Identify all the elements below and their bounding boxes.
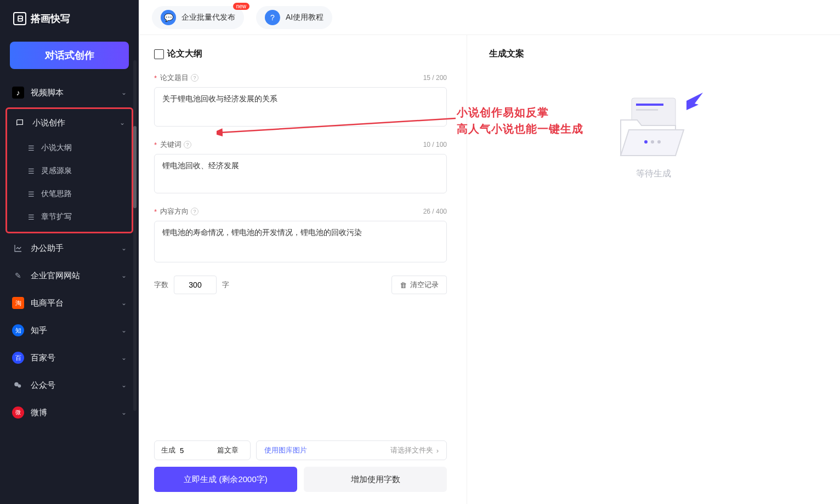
sidebar-subitem-chapter-expand[interactable]: ☰ 章节扩写 — [21, 205, 132, 228]
batch-publish-button[interactable]: 💬 企业批量代发布 new — [152, 6, 244, 29]
sidebar-item-video-script[interactable]: ♪ 视频脚本 ⌄ — [5, 79, 133, 106]
gen-suffix: 篇文章 — [217, 445, 239, 455]
svg-rect-3 — [636, 104, 663, 106]
form-column: 论文大纲 *论文题目 ? 15 / 200 *关键词 ? 10 / 100 — [139, 35, 462, 504]
generate-button[interactable]: 立即生成 (剩余2000字) — [154, 467, 297, 492]
chevron-down-icon: ⌄ — [121, 327, 127, 334]
main: 💬 企业批量代发布 new ? AI使用教程 论文大纲 *论文题目 ? — [139, 0, 840, 504]
sidebar-item-website[interactable]: ✎ 企业官网网站 ⌄ — [5, 262, 133, 289]
field-label: *关键词 ? — [154, 140, 191, 150]
field-counter: 15 / 200 — [423, 74, 447, 82]
new-badge: new — [233, 3, 249, 10]
sidebar-item-label: 小说创作 — [32, 118, 120, 128]
doc-icon: ☰ — [27, 144, 36, 152]
chevron-down-icon: ⌄ — [121, 354, 127, 362]
field-counter: 10 / 100 — [423, 141, 447, 148]
field-keywords: *关键词 ? 10 / 100 — [154, 140, 447, 196]
weibo-icon: 微 — [12, 406, 24, 419]
chevron-down-icon: ⌄ — [121, 381, 127, 389]
novel-subitems: ☰ 小说大纲 ☰ 灵感源泉 ☰ 伏笔思路 ☰ 章节扩写 — [7, 136, 132, 228]
sidebar-item-zhihu[interactable]: 知 知乎 ⌄ — [5, 317, 133, 344]
field-label: *论文题目 ? — [154, 73, 198, 83]
book-icon — [154, 49, 164, 59]
sidebar-item-label: 百家号 — [31, 353, 121, 363]
title-input[interactable] — [154, 87, 447, 127]
field-label: *内容方向 ? — [154, 207, 198, 216]
gallery-link[interactable]: 使用图库图片 — [264, 445, 307, 455]
chip-label: AI使用教程 — [286, 13, 323, 22]
help-icon[interactable]: ? — [184, 141, 191, 148]
chat-icon: 💬 — [161, 10, 176, 25]
help-icon[interactable]: ? — [191, 208, 198, 215]
word-count-label: 字数 — [154, 280, 168, 290]
doc-icon: ☰ — [27, 167, 36, 175]
subitem-label: 小说大纲 — [41, 143, 72, 153]
chevron-down-icon: ⌄ — [121, 409, 127, 416]
increase-quota-button[interactable]: 增加使用字数 — [304, 467, 447, 492]
sidebar-item-label: 微博 — [31, 408, 121, 418]
chevron-right-icon: › — [436, 446, 439, 455]
logo: 搭画快写 — [0, 0, 139, 36]
sidebar-item-novel-create[interactable]: 小说创作 ⌄ — [7, 109, 132, 136]
subitem-label: 章节扩写 — [41, 212, 72, 222]
ai-tutorial-button[interactable]: ? AI使用教程 — [256, 6, 332, 29]
gallery-select[interactable]: 使用图库图片 请选择文件夹 › — [256, 440, 447, 460]
sidebar-item-label: 知乎 — [31, 325, 121, 336]
svg-point-5 — [644, 140, 648, 144]
logo-text: 搭画快写 — [31, 12, 70, 25]
subitem-label: 伏笔思路 — [41, 189, 72, 199]
chip-label: 企业批量代发布 — [181, 13, 235, 22]
dialog-create-button[interactable]: 对话式创作 — [10, 42, 129, 69]
chevron-down-icon: ⌄ — [121, 244, 127, 252]
sidebar-item-wechat[interactable]: 公众号 ⌄ — [5, 371, 133, 399]
chevron-down-icon: ⌄ — [121, 272, 127, 279]
baijiahao-icon: 百 — [12, 352, 24, 364]
output-title: 生成文案 — [489, 48, 818, 60]
sidebar-item-label: 电商平台 — [31, 298, 121, 308]
word-count-unit: 字 — [222, 280, 229, 290]
sidebar-subitem-novel-outline[interactable]: ☰ 小说大纲 — [21, 136, 132, 159]
help-icon[interactable]: ? — [191, 74, 198, 82]
scrollbar-thumb[interactable] — [133, 126, 137, 208]
svg-point-6 — [651, 140, 654, 144]
wechat-icon — [12, 379, 24, 391]
field-counter: 26 / 400 — [423, 208, 447, 215]
sidebar-item-ecommerce[interactable]: 淘 电商平台 ⌄ — [5, 289, 133, 317]
help-icon: ? — [265, 10, 280, 25]
svg-point-7 — [657, 140, 661, 144]
keywords-input[interactable] — [154, 154, 447, 193]
placeholder-text: 等待生成 — [636, 168, 671, 180]
page-title: 论文大纲 — [154, 48, 447, 60]
sidebar-item-weibo[interactable]: 微 微博 ⌄ — [5, 399, 133, 426]
direction-input[interactable] — [154, 221, 447, 262]
pen-icon: ✎ — [12, 270, 24, 282]
sidebar-item-label: 视频脚本 — [31, 88, 121, 98]
chevron-down-icon: ⌄ — [121, 299, 127, 307]
sidebar-subitem-foreshadow[interactable]: ☰ 伏笔思路 — [21, 182, 132, 205]
chart-icon — [12, 242, 24, 254]
folder-select[interactable]: 请选择文件夹 › — [390, 445, 439, 455]
bottom-bar: 生成 篇文章 使用图库图片 请选择文件夹 › 立即生成 (剩余2000字) 增加… — [139, 435, 462, 504]
sidebar-item-label: 公众号 — [31, 380, 121, 391]
sidebar-item-label: 办公助手 — [31, 243, 121, 254]
svg-rect-4 — [636, 109, 658, 111]
sidebar-item-office[interactable]: 办公助手 ⌄ — [5, 234, 133, 262]
chevron-down-icon: ⌄ — [121, 89, 127, 96]
sidebar-item-baijiahao[interactable]: 百 百家号 ⌄ — [5, 344, 133, 371]
sidebar-subitem-inspiration[interactable]: ☰ 灵感源泉 — [21, 159, 132, 182]
logo-icon — [13, 12, 26, 25]
subitem-label: 灵感源泉 — [41, 166, 72, 176]
sidebar-item-label: 企业官网网站 — [31, 271, 121, 281]
output-placeholder: 等待生成 — [489, 87, 818, 180]
chevron-down-icon: ⌄ — [120, 119, 125, 127]
sidebar-scrollbar[interactable] — [133, 60, 137, 411]
folder-illustration — [610, 87, 697, 158]
word-count-row: 字数 字 🗑 清空记录 — [154, 276, 447, 294]
book-icon — [14, 117, 26, 129]
sidebar: 搭画快写 对话式创作 ♪ 视频脚本 ⌄ 小说创作 ⌄ ☰ — [0, 0, 139, 504]
article-count-input[interactable] — [180, 446, 213, 455]
clear-button[interactable]: 🗑 清空记录 — [391, 276, 447, 294]
doc-icon: ☰ — [27, 213, 36, 221]
word-count-input[interactable] — [174, 276, 217, 294]
article-count-box: 生成 篇文章 — [154, 440, 251, 460]
